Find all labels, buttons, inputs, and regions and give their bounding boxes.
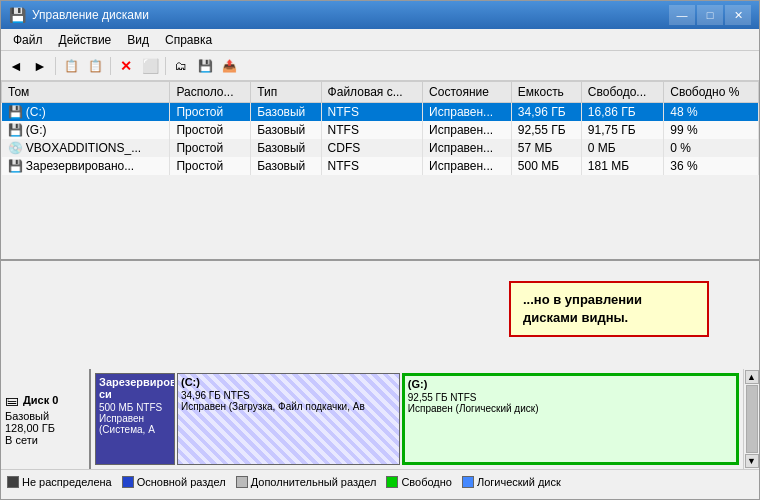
toolbar: ◄ ► 📋 📋 ✕ ⬜ 🗂 💾 📤 [1, 51, 759, 81]
menu-view[interactable]: Вид [119, 31, 157, 49]
legend-free: Свободно [386, 476, 452, 488]
swatch-extended [236, 476, 248, 488]
part-g-size: 92,55 ГБ NTFS [405, 392, 736, 403]
cell-type: Базовый [251, 103, 321, 122]
col-name[interactable]: Том [2, 82, 170, 103]
partition-c[interactable]: (C:) 34,96 ГБ NTFS Исправен (Загрузка, Ф… [177, 373, 400, 465]
title-controls: — □ ✕ [669, 5, 751, 25]
back-button[interactable]: ◄ [5, 55, 27, 77]
title-bar-left: 💾 Управление дисками [9, 7, 149, 23]
cell-free: 91,75 ГБ [581, 121, 663, 139]
scroll-down-arrow[interactable]: ▼ [745, 454, 759, 468]
cell-name: 💾 (G:) [2, 121, 170, 139]
up-button[interactable]: 📋 [60, 55, 82, 77]
partition-reserved[interactable]: Зарезервировано си 500 МБ NTFS Исправен … [95, 373, 175, 465]
cell-free: 181 МБ [581, 157, 663, 175]
disk-partition-visual: Зарезервировано си 500 МБ NTFS Исправен … [91, 369, 743, 469]
cell-fs: NTFS [321, 121, 422, 139]
save-button[interactable]: 💾 [194, 55, 216, 77]
cell-name: 💾 (C:) [2, 103, 170, 122]
close-button[interactable]: ✕ [725, 5, 751, 25]
cell-name: 💾 Зарезервировано... [2, 157, 170, 175]
maximize-button[interactable]: □ [697, 5, 723, 25]
disk-panel: 🖴 Диск 0 Базовый 128,00 ГБ В сети Зарезе… [1, 369, 759, 469]
disk-table: Том Располо... Тип Файловая с... Состоян… [1, 81, 759, 175]
menu-help[interactable]: Справка [157, 31, 220, 49]
col-freepct[interactable]: Свободно % [664, 82, 759, 103]
swatch-primary [122, 476, 134, 488]
cell-fs: NTFS [321, 103, 422, 122]
row-drive-icon: 💿 [8, 141, 23, 155]
part-c-size: 34,96 ГБ NTFS [178, 390, 399, 401]
legend-extended: Дополнительный раздел [236, 476, 377, 488]
partition-g[interactable]: (G:) 92,55 ГБ NTFS Исправен (Логический … [402, 373, 739, 465]
cell-type: Базовый [251, 139, 321, 157]
col-free[interactable]: Свободо... [581, 82, 663, 103]
toolbar-separator-1 [55, 57, 56, 75]
legend-extended-label: Дополнительный раздел [251, 476, 377, 488]
cell-fs: NTFS [321, 157, 422, 175]
forward-button[interactable]: ► [29, 55, 51, 77]
tooltip-box: ...но в управлении дисками видны. [509, 281, 709, 337]
cell-capacity: 500 МБ [511, 157, 581, 175]
disk-type: Базовый [5, 410, 85, 422]
col-fs[interactable]: Файловая с... [321, 82, 422, 103]
cell-free: 0 МБ [581, 139, 663, 157]
cell-capacity: 34,96 ГБ [511, 103, 581, 122]
vertical-scrollbar: ▲ ▼ [743, 369, 759, 469]
col-capacity[interactable]: Емкость [511, 82, 581, 103]
cell-freepct: 99 % [664, 121, 759, 139]
content-area: Том Располо... Тип Файловая с... Состоян… [1, 81, 759, 499]
swatch-unallocated [7, 476, 19, 488]
table-row[interactable]: 💾 (C:) Простой Базовый NTFS Исправен... … [2, 103, 759, 122]
cell-status: Исправен... [423, 121, 512, 139]
refresh-button[interactable]: 🗂 [170, 55, 192, 77]
menu-file[interactable]: Файл [5, 31, 51, 49]
part-c-status: Исправен (Загрузка, Файл подкачки, Ав [178, 401, 399, 412]
cell-freepct: 36 % [664, 157, 759, 175]
row-drive-icon: 💾 [8, 159, 23, 173]
cell-capacity: 92,55 ГБ [511, 121, 581, 139]
cell-name: 💿 VBOXADDITIONS_... [2, 139, 170, 157]
middle-section: ...но в управлении дисками видны. 🖴 Диск… [1, 261, 759, 499]
cell-location: Простой [170, 157, 251, 175]
cell-fs: CDFS [321, 139, 422, 157]
legend: Не распределена Основной раздел Дополнит… [1, 469, 759, 493]
col-location[interactable]: Располо... [170, 82, 251, 103]
col-type[interactable]: Тип [251, 82, 321, 103]
cell-free: 16,86 ГБ [581, 103, 663, 122]
part-reserved-name: Зарезервировано си [96, 374, 174, 402]
legend-unallocated-label: Не распределена [22, 476, 112, 488]
delete-button[interactable]: ✕ [115, 55, 137, 77]
table-row[interactable]: 💾 (G:) Простой Базовый NTFS Исправен... … [2, 121, 759, 139]
tooltip-text: ...но в управлении дисками видны. [523, 292, 642, 325]
row-drive-icon: 💾 [8, 105, 23, 119]
disk-info: 🖴 Диск 0 Базовый 128,00 ГБ В сети [1, 369, 91, 469]
toolbar-separator-3 [165, 57, 166, 75]
scroll-up-arrow[interactable]: ▲ [745, 370, 759, 384]
menu-bar: Файл Действие Вид Справка [1, 29, 759, 51]
table-row[interactable]: 💿 VBOXADDITIONS_... Простой Базовый CDFS… [2, 139, 759, 157]
part-reserved-size: 500 МБ NTFS [96, 402, 174, 413]
part-c-name: (C:) [178, 374, 399, 390]
cell-capacity: 57 МБ [511, 139, 581, 157]
cell-type: Базовый [251, 157, 321, 175]
scroll-thumb[interactable] [746, 385, 758, 453]
main-window: 💾 Управление дисками — □ ✕ Файл Действие… [0, 0, 760, 500]
cell-status: Исправен... [423, 157, 512, 175]
disk-size: 128,00 ГБ [5, 422, 85, 434]
cancel-button[interactable]: ⬜ [139, 55, 161, 77]
cell-location: Простой [170, 121, 251, 139]
minimize-button[interactable]: — [669, 5, 695, 25]
table-row[interactable]: 💾 Зарезервировано... Простой Базовый NTF… [2, 157, 759, 175]
table-header-row: Том Располо... Тип Файловая с... Состоян… [2, 82, 759, 103]
legend-primary-label: Основной раздел [137, 476, 226, 488]
disk-info-icon-row: 🖴 Диск 0 [5, 392, 85, 408]
cell-location: Простой [170, 139, 251, 157]
menu-action[interactable]: Действие [51, 31, 120, 49]
properties-button[interactable]: 📋 [84, 55, 106, 77]
export-button[interactable]: 📤 [218, 55, 240, 77]
col-status[interactable]: Состояние [423, 82, 512, 103]
cell-freepct: 0 % [664, 139, 759, 157]
disk-status: В сети [5, 434, 85, 446]
